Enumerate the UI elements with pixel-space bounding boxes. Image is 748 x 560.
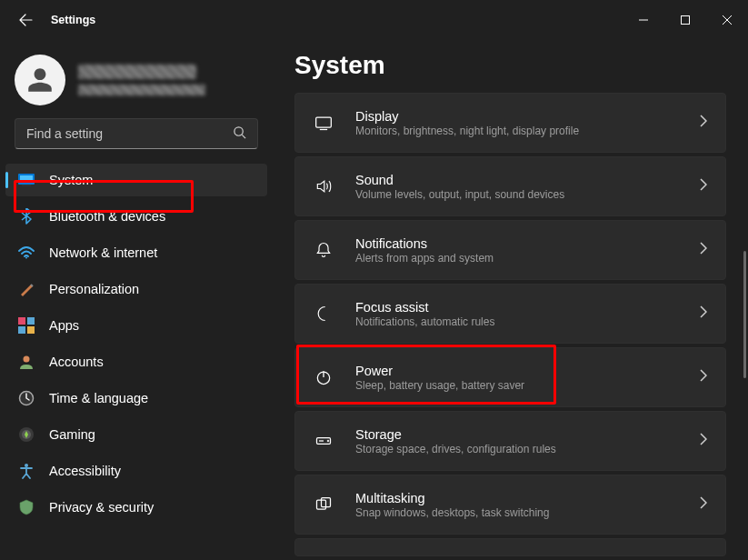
card-cutoff[interactable] [294, 538, 726, 556]
card-subtitle: Snap windows, desktops, task switching [355, 506, 682, 519]
window-title: Settings [51, 14, 95, 26]
sidebar-item-label: System [49, 173, 93, 187]
sidebar-item-label: Time & language [49, 391, 148, 405]
scrollbar-thumb[interactable] [743, 251, 746, 378]
card-subtitle: Notifications, automatic rules [355, 315, 682, 328]
sidebar: Find a setting System Blu [0, 40, 273, 560]
profile-mail-redacted [78, 85, 205, 95]
main-content: System Display Monitors, brightness, nig… [273, 40, 748, 560]
svg-rect-3 [20, 175, 33, 183]
sidebar-item-label: Accounts [49, 355, 104, 369]
gaming-icon [18, 426, 35, 443]
person-icon [18, 354, 35, 370]
chevron-right-icon [700, 305, 707, 322]
back-icon[interactable] [18, 13, 33, 27]
chevron-right-icon [700, 433, 707, 449]
card-sound[interactable]: Sound Volume levels, output, input, soun… [294, 156, 726, 216]
sidebar-item-network[interactable]: Network & internet [5, 236, 267, 269]
storage-icon [310, 432, 337, 450]
svg-point-5 [25, 257, 27, 259]
card-title: Notifications [355, 236, 682, 251]
minimize-button[interactable] [623, 6, 664, 34]
sidebar-item-personalization[interactable]: Personalization [5, 273, 267, 305]
sidebar-item-label: Personalization [49, 282, 139, 296]
svg-point-18 [327, 440, 329, 442]
svg-rect-6 [18, 317, 25, 325]
bell-icon [310, 241, 337, 259]
maximize-button[interactable] [664, 6, 706, 34]
sidebar-item-privacy[interactable]: Privacy & security [5, 491, 267, 524]
power-icon [310, 368, 337, 386]
card-storage[interactable]: Storage Storage space, drives, configura… [294, 411, 726, 471]
bluetooth-icon [18, 208, 35, 225]
svg-rect-9 [27, 326, 35, 334]
avatar [15, 55, 65, 105]
sidebar-item-accounts[interactable]: Accounts [5, 345, 267, 378]
wifi-icon [18, 245, 35, 261]
sidebar-item-apps[interactable]: Apps [5, 309, 267, 342]
sidebar-item-label: Bluetooth & devices [49, 209, 165, 224]
paintbrush-icon [18, 281, 35, 297]
card-notifications[interactable]: Notifications Alerts from apps and syste… [294, 220, 726, 280]
sidebar-item-label: Apps [49, 318, 79, 333]
svg-point-14 [25, 464, 28, 467]
svg-point-10 [24, 356, 30, 363]
shield-icon [18, 499, 35, 515]
sidebar-item-accessibility[interactable]: Accessibility [5, 455, 267, 487]
moon-icon [310, 305, 337, 323]
search-input[interactable]: Find a setting [15, 118, 258, 149]
card-subtitle: Volume levels, output, input, sound devi… [355, 188, 682, 201]
sidebar-item-bluetooth[interactable]: Bluetooth & devices [5, 200, 267, 233]
chevron-right-icon [700, 496, 707, 513]
svg-rect-8 [18, 326, 25, 334]
window-titlebar: Settings [0, 0, 748, 40]
card-title: Storage [355, 427, 682, 442]
chevron-right-icon [700, 242, 707, 258]
sidebar-item-time[interactable]: Time & language [5, 382, 267, 415]
multitasking-icon [310, 495, 337, 514]
card-title: Sound [355, 173, 682, 187]
sound-icon [310, 177, 337, 195]
svg-rect-7 [27, 317, 35, 325]
card-title: Multitasking [355, 491, 682, 505]
card-title: Power [355, 364, 682, 378]
system-icon [18, 172, 35, 188]
page-title: System [294, 51, 726, 80]
sidebar-item-label: Privacy & security [49, 500, 154, 515]
card-subtitle: Monitors, brightness, night light, displ… [355, 125, 682, 137]
close-button[interactable] [706, 6, 748, 34]
sidebar-item-gaming[interactable]: Gaming [5, 418, 267, 451]
svg-rect-0 [682, 16, 690, 25]
sidebar-nav: System Bluetooth & devices Network & int… [0, 160, 273, 524]
profile-block[interactable] [0, 49, 273, 118]
card-display[interactable]: Display Monitors, brightness, night ligh… [294, 93, 726, 153]
card-title: Focus assist [355, 300, 682, 315]
profile-name-redacted [78, 65, 196, 79]
card-title: Display [355, 109, 682, 124]
chevron-right-icon [700, 369, 707, 385]
search-placeholder: Find a setting [26, 126, 103, 141]
clock-icon [18, 390, 35, 406]
chevron-right-icon [700, 178, 707, 195]
sidebar-item-system[interactable]: System [5, 164, 267, 196]
svg-rect-15 [316, 117, 332, 127]
apps-icon [18, 317, 35, 334]
accessibility-icon [18, 463, 35, 479]
search-icon [233, 125, 246, 142]
sidebar-item-label: Accessibility [49, 464, 121, 478]
card-subtitle: Sleep, battery usage, battery saver [355, 379, 682, 392]
svg-rect-4 [22, 185, 31, 186]
card-power[interactable]: Power Sleep, battery usage, battery save… [294, 347, 726, 407]
card-subtitle: Alerts from apps and system [355, 252, 682, 265]
display-icon [310, 114, 337, 132]
chevron-right-icon [700, 115, 707, 131]
card-multitasking[interactable]: Multitasking Snap windows, desktops, tas… [294, 475, 726, 535]
sidebar-item-label: Gaming [49, 427, 95, 442]
sidebar-item-label: Network & internet [49, 245, 157, 260]
card-focus[interactable]: Focus assist Notifications, automatic ru… [294, 284, 726, 344]
card-subtitle: Storage space, drives, configuration rul… [355, 443, 682, 455]
svg-point-1 [234, 127, 243, 135]
